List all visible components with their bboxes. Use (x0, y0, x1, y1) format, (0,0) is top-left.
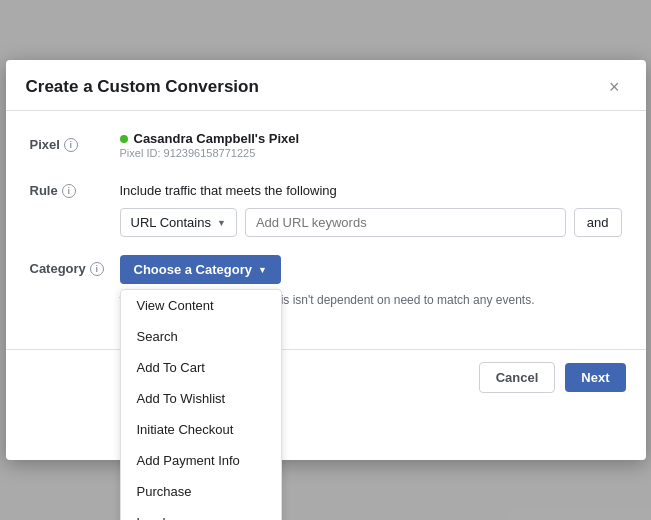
url-type-dropdown[interactable]: URL Contains ▼ (120, 208, 237, 237)
modal-overlay: Create a Custom Conversion × Pixel i Cas… (0, 0, 651, 520)
modal-header: Create a Custom Conversion × (6, 60, 646, 111)
pixel-content: Casandra Campbell's Pixel Pixel ID: 9123… (120, 131, 622, 159)
category-item-purchase[interactable]: Purchase (121, 476, 282, 507)
category-item-add-to-cart[interactable]: Add To Cart (121, 352, 282, 383)
rule-description: Include traffic that meets the following (120, 177, 622, 198)
next-button[interactable]: Next (565, 363, 625, 392)
modal-body: Pixel i Casandra Campbell's Pixel Pixel … (6, 111, 646, 329)
category-item-lead[interactable]: Lead (121, 507, 282, 520)
category-dropdown-menu: View Content Search Add To Cart Add To W… (120, 289, 283, 520)
pixel-info-icon[interactable]: i (64, 138, 78, 152)
url-keyword-input[interactable] (245, 208, 566, 237)
pixel-id: Pixel ID: 912396158771225 (120, 147, 622, 159)
url-row: URL Contains ▼ and (120, 208, 622, 237)
and-button[interactable]: and (574, 208, 622, 237)
category-label: Category i (30, 255, 120, 276)
category-dropdown-button[interactable]: Choose a Category ▼ (120, 255, 281, 284)
category-item-initiate-checkout[interactable]: Initiate Checkout (121, 414, 282, 445)
modal-footer: Cancel Next (6, 349, 646, 405)
rule-label: Rule i (30, 177, 120, 198)
cancel-button[interactable]: Cancel (479, 362, 556, 393)
category-info-icon[interactable]: i (90, 262, 104, 276)
rule-info-icon[interactable]: i (62, 184, 76, 198)
pixel-name: Casandra Campbell's Pixel (134, 131, 300, 146)
modal: Create a Custom Conversion × Pixel i Cas… (6, 60, 646, 460)
url-dropdown-arrow: ▼ (217, 218, 226, 228)
category-item-search[interactable]: Search (121, 321, 282, 352)
category-row: Category i Choose a Category ▼ View Cont… (30, 255, 622, 309)
url-type-label: URL Contains (131, 215, 211, 230)
pixel-label: Pixel i (30, 131, 120, 152)
category-dropdown-arrow: ▼ (258, 265, 267, 275)
modal-title: Create a Custom Conversion (26, 77, 259, 97)
category-item-add-payment-info[interactable]: Add Payment Info (121, 445, 282, 476)
category-content: Choose a Category ▼ View Content Search … (120, 255, 622, 309)
pixel-info: Casandra Campbell's Pixel (120, 131, 622, 146)
pixel-status-dot (120, 135, 128, 143)
rule-content: Include traffic that meets the following… (120, 177, 622, 237)
rule-row: Rule i Include traffic that meets the fo… (30, 177, 622, 237)
category-item-view-content[interactable]: View Content (121, 290, 282, 321)
category-item-add-to-wishlist[interactable]: Add To Wishlist (121, 383, 282, 414)
close-button[interactable]: × (603, 76, 626, 98)
category-button-label: Choose a Category (134, 262, 252, 277)
pixel-row: Pixel i Casandra Campbell's Pixel Pixel … (30, 131, 622, 159)
